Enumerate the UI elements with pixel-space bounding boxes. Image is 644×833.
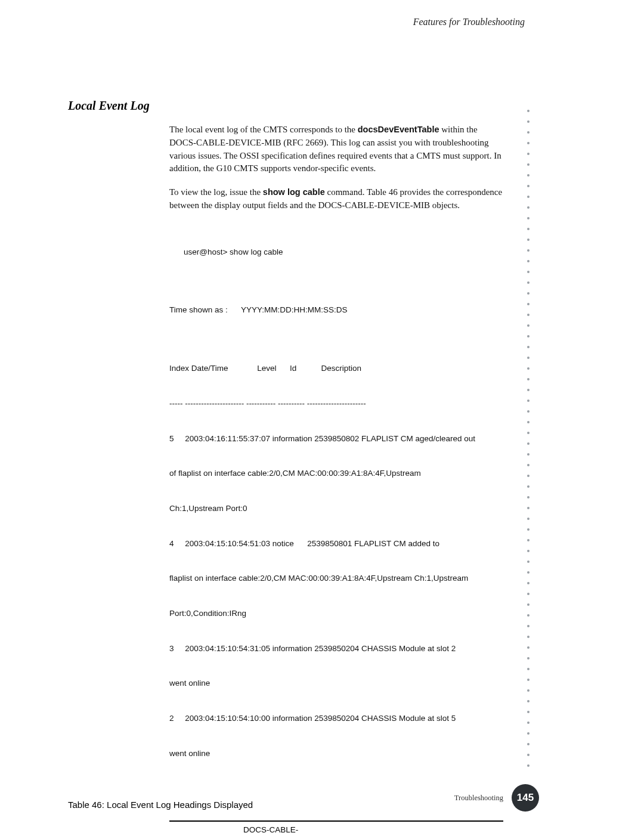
text: To view the log, issue the bbox=[169, 187, 263, 197]
docsdeveventtable-term: docsDevEventTable bbox=[358, 125, 439, 134]
cli-row: 5 2003:04:16:11:55:37:07 information 253… bbox=[169, 433, 503, 445]
page-number-badge: 145 bbox=[512, 784, 539, 812]
section-title: Local Event Log bbox=[68, 99, 596, 113]
cli-row: flaplist on interface cable:2/0,CM MAC:0… bbox=[169, 572, 503, 584]
cli-prompt-line: user@host> show log cable bbox=[184, 246, 503, 258]
page-footer: Troubleshooting 145 bbox=[454, 784, 539, 812]
table-header-row: Output Field DOCS-CABLE-DEVICE-MIB Objec… bbox=[169, 821, 503, 834]
cli-row: Port:0,Condition:IRng bbox=[169, 608, 503, 620]
cli-divider: ----- ---------------------- -----------… bbox=[169, 398, 503, 410]
cli-row: 4 2003:04:15:10:54:51:03 notice 25398508… bbox=[169, 538, 503, 550]
margin-dots-decoration bbox=[527, 101, 531, 775]
text: The local event log of the CMTS correspo… bbox=[169, 125, 358, 134]
running-header: Features for Troubleshooting bbox=[68, 17, 596, 27]
intro-paragraph-2: To view the log, issue the show log cabl… bbox=[169, 186, 503, 212]
cli-time-shown: Time shown as : YYYY:MM:DD:HH:MM:SS:DS bbox=[169, 304, 503, 316]
th-meaning: Meaning bbox=[321, 821, 503, 834]
th-mib-line1: DOCS-CABLE-DEVICE-MIB bbox=[243, 825, 298, 834]
cli-row: went online bbox=[169, 748, 503, 760]
cli-row: 3 2003:04:15:10:54:31:05 information 253… bbox=[169, 643, 503, 655]
local-event-log-table: Output Field DOCS-CABLE-DEVICE-MIB Objec… bbox=[169, 820, 503, 834]
cli-output: user@host> show log cable Time shown as … bbox=[169, 223, 503, 783]
th-output-field: Output Field bbox=[169, 821, 241, 834]
th-mib-object: DOCS-CABLE-DEVICE-MIB Object bbox=[241, 821, 321, 834]
intro-paragraph-1: The local event log of the CMTS correspo… bbox=[169, 123, 503, 175]
page: Features for Troubleshooting Local Event… bbox=[0, 0, 644, 833]
body-column: The local event log of the CMTS correspo… bbox=[169, 123, 503, 783]
show-log-cable-command: show log cable bbox=[263, 187, 325, 197]
footer-section-label: Troubleshooting bbox=[454, 794, 503, 803]
cli-column-header: Index Date/Time Level Id Description bbox=[169, 363, 503, 374]
cli-row: went online bbox=[169, 677, 503, 689]
cli-row: of flaplist on interface cable:2/0,CM MA… bbox=[169, 467, 503, 479]
cli-row: Ch:1,Upstream Port:0 bbox=[169, 503, 503, 515]
cli-row: 2 2003:04:15:10:54:10:00 information 253… bbox=[169, 713, 503, 724]
